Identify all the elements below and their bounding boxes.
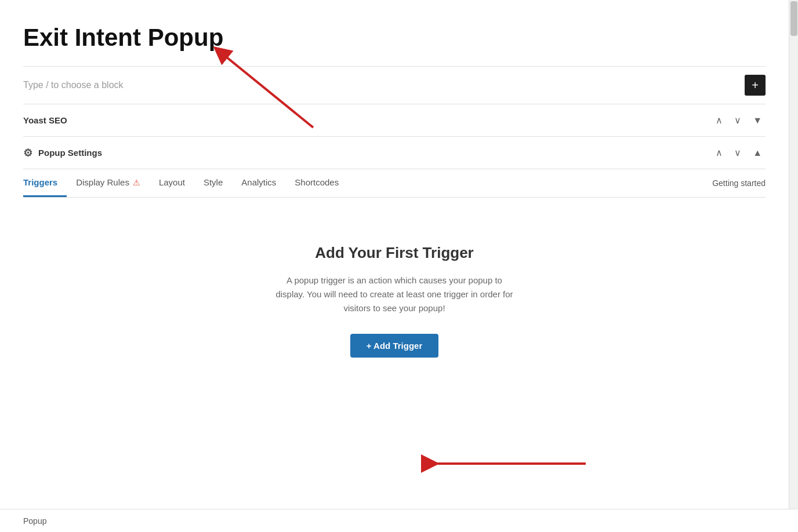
tab-display-rules[interactable]: Display Rules ⚠ — [67, 169, 150, 197]
block-input-area: Type / to choose a block + — [23, 66, 766, 104]
chevron-down-icon: ∨ — [734, 147, 741, 158]
tab-triggers-label: Triggers — [23, 177, 57, 187]
trigger-heading: Add Your First Trigger — [315, 244, 474, 262]
getting-started-link[interactable]: Getting started — [712, 170, 766, 196]
expand-icon: ▼ — [753, 115, 762, 126]
tab-shortcodes-label: Shortcodes — [295, 177, 339, 187]
tab-triggers[interactable]: Triggers — [23, 169, 67, 197]
popup-settings-collapse-up-button[interactable]: ∧ — [712, 145, 726, 161]
popup-settings-expand-button[interactable]: ▲ — [749, 145, 766, 161]
block-input-placeholder[interactable]: Type / to choose a block — [23, 80, 124, 90]
tab-layout-label: Layout — [159, 177, 185, 187]
chevron-down-icon: ∨ — [734, 115, 741, 126]
trigger-description: A popup trigger is an action which cause… — [273, 274, 516, 315]
chevron-up-icon: ∧ — [716, 147, 723, 158]
footer-label: Popup — [23, 516, 46, 526]
tabs-list: Triggers Display Rules ⚠ Layout Style An… — [23, 169, 348, 197]
yoast-collapse-down-button[interactable]: ∨ — [731, 112, 745, 128]
add-block-button[interactable]: + — [745, 75, 766, 96]
popup-settings-controls: ∧ ∨ ▲ — [712, 145, 766, 161]
tab-analytics[interactable]: Analytics — [232, 169, 285, 197]
add-trigger-button[interactable]: + Add Trigger — [350, 334, 439, 358]
tabs-container: Triggers Display Rules ⚠ Layout Style An… — [23, 169, 766, 198]
tab-style-label: Style — [204, 177, 223, 187]
page-title: Exit Intent Popup — [23, 23, 766, 52]
popup-settings-label: Popup Settings — [38, 148, 102, 158]
yoast-seo-title: Yoast SEO — [23, 115, 67, 125]
yoast-controls: ∧ ∨ ▼ — [712, 112, 766, 128]
yoast-expand-button[interactable]: ▼ — [749, 113, 766, 128]
tab-style[interactable]: Style — [194, 169, 232, 197]
display-rules-warning-icon: ⚠ — [133, 178, 140, 187]
chevron-up-icon: ∧ — [716, 115, 723, 126]
expand-icon: ▲ — [753, 148, 762, 158]
gear-icon: ⚙ — [23, 147, 32, 159]
tab-layout[interactable]: Layout — [150, 169, 194, 197]
tab-shortcodes[interactable]: Shortcodes — [285, 169, 348, 197]
popup-settings-collapse-down-button[interactable]: ∨ — [731, 145, 745, 161]
popup-settings-title-group: ⚙ Popup Settings — [23, 147, 102, 159]
popup-settings-section: ⚙ Popup Settings ∧ ∨ ▲ — [23, 137, 766, 169]
arrow-to-add-trigger — [418, 446, 592, 481]
footer-bar: Popup — [0, 509, 798, 532]
yoast-seo-section: Yoast SEO ∧ ∨ ▼ — [23, 104, 766, 137]
yoast-collapse-up-button[interactable]: ∧ — [712, 112, 726, 128]
tab-analytics-label: Analytics — [241, 177, 276, 187]
trigger-content-area: Add Your First Trigger A popup trigger i… — [23, 198, 766, 392]
tab-display-rules-label: Display Rules — [76, 177, 129, 187]
